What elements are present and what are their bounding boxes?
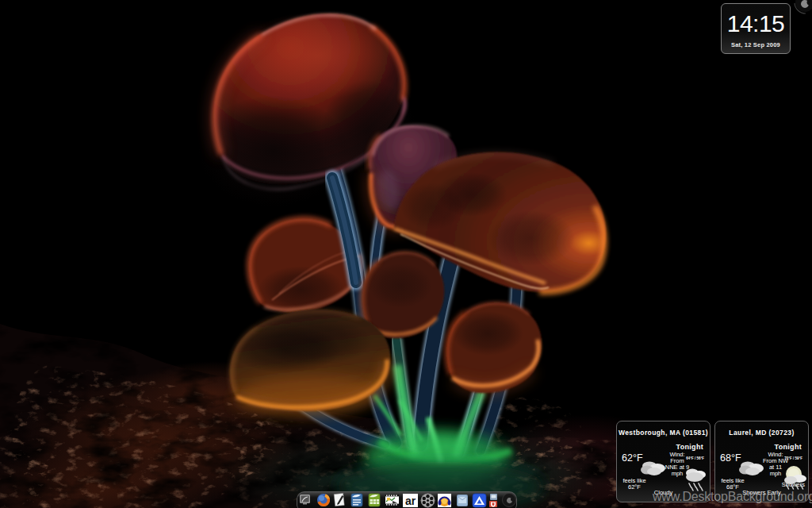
- svg-text:ar: ar: [405, 495, 416, 507]
